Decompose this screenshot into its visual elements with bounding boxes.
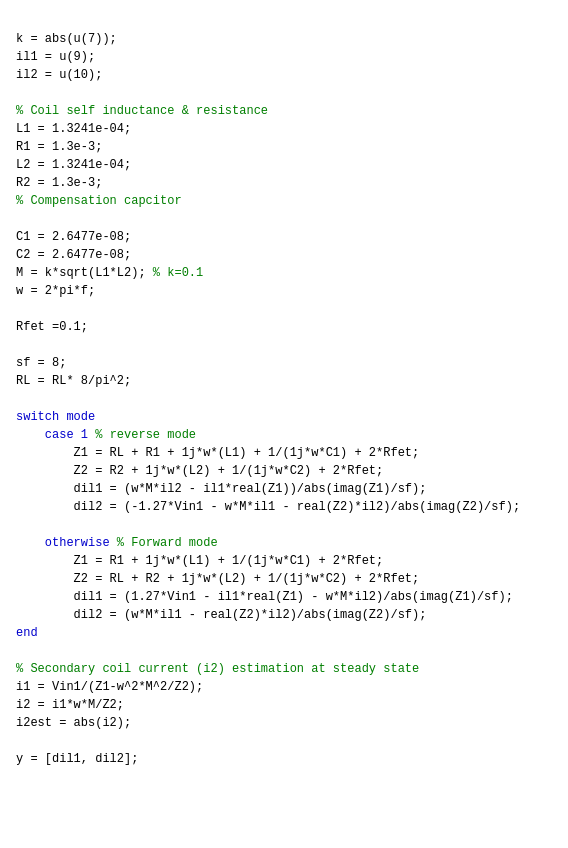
code-token-comment: % k=0.1	[153, 266, 203, 280]
code-token-normal: w = 2*pi*f;	[16, 284, 95, 298]
code-line: % Secondary coil current (i2) estimation…	[16, 660, 552, 678]
code-token-normal: Z1 = R1 + 1j*w*(L1) + 1/(1j*w*C1) + 2*Rf…	[16, 554, 383, 568]
code-line: dil2 = (-1.27*Vin1 - w*M*il1 - real(Z2)*…	[16, 498, 552, 516]
code-token-comment: % Secondary coil current (i2) estimation…	[16, 662, 419, 676]
code-token-keyword: end	[16, 626, 38, 640]
code-token-normal: Z2 = R2 + 1j*w*(L2) + 1/(1j*w*C2) + 2*Rf…	[16, 464, 383, 478]
code-line: il2 = u(10);	[16, 66, 552, 84]
code-line: otherwise % Forward mode	[16, 534, 552, 552]
code-line: C2 = 2.6477e-08;	[16, 246, 552, 264]
code-token-normal: i1 = Vin1/(Z1-w^2*M^2/Z2);	[16, 680, 203, 694]
code-token-comment: % Forward mode	[110, 536, 218, 550]
code-token-normal: dil2 = (w*M*il1 - real(Z2)*il2)/abs(imag…	[16, 608, 426, 622]
code-token-normal: dil2 = (-1.27*Vin1 - w*M*il1 - real(Z2)*…	[16, 500, 520, 514]
code-line: % Coil self inductance & resistance	[16, 102, 552, 120]
code-token-normal: i2 = i1*w*M/Z2;	[16, 698, 124, 712]
code-line: Z1 = RL + R1 + 1j*w*(L1) + 1/(1j*w*C1) +…	[16, 444, 552, 462]
code-token-normal	[16, 428, 45, 442]
code-line: Z2 = RL + R2 + 1j*w*(L2) + 1/(1j*w*C2) +…	[16, 570, 552, 588]
code-token-keyword: otherwise	[45, 536, 110, 550]
code-line: dil2 = (w*M*il1 - real(Z2)*il2)/abs(imag…	[16, 606, 552, 624]
code-line	[16, 84, 552, 102]
code-token-normal: L1 = 1.3241e-04;	[16, 122, 131, 136]
code-line: M = k*sqrt(L1*L2); % k=0.1	[16, 264, 552, 282]
code-token-normal: y = [dil1, dil2];	[16, 752, 138, 766]
code-token-comment: % reverse mode	[95, 428, 196, 442]
code-line: il1 = u(9);	[16, 48, 552, 66]
code-line: w = 2*pi*f;	[16, 282, 552, 300]
code-token-normal: Z2 = RL + R2 + 1j*w*(L2) + 1/(1j*w*C2) +…	[16, 572, 419, 586]
code-line: sf = 8;	[16, 354, 552, 372]
code-line	[16, 300, 552, 318]
code-line: y = [dil1, dil2];	[16, 750, 552, 768]
code-line: RL = RL* 8/pi^2;	[16, 372, 552, 390]
code-token-normal: i2est = abs(i2);	[16, 716, 131, 730]
code-line: L1 = 1.3241e-04;	[16, 120, 552, 138]
code-token-normal: Z1 = RL + R1 + 1j*w*(L1) + 1/(1j*w*C1) +…	[16, 446, 419, 460]
code-line: R1 = 1.3e-3;	[16, 138, 552, 156]
code-line: i2 = i1*w*M/Z2;	[16, 696, 552, 714]
code-token-normal: R2 = 1.3e-3;	[16, 176, 102, 190]
code-token-keyword: switch mode	[16, 410, 95, 424]
code-line: dil1 = (w*M*il2 - il1*real(Z1))/abs(imag…	[16, 480, 552, 498]
code-token-comment: % Compensation capcitor	[16, 194, 182, 208]
code-token-normal: k = abs(u(7));	[16, 32, 117, 46]
code-token-normal: il2 = u(10);	[16, 68, 102, 82]
code-token-normal: RL = RL* 8/pi^2;	[16, 374, 131, 388]
code-line: case 1 % reverse mode	[16, 426, 552, 444]
code-line: Rfet =0.1;	[16, 318, 552, 336]
code-token-normal: R1 = 1.3e-3;	[16, 140, 102, 154]
code-line: i2est = abs(i2);	[16, 714, 552, 732]
code-editor: k = abs(u(7));il1 = u(9);il2 = u(10); % …	[16, 12, 552, 768]
code-line: dil1 = (1.27*Vin1 - il1*real(Z1) - w*M*i…	[16, 588, 552, 606]
code-token-normal: Rfet =0.1;	[16, 320, 88, 334]
code-line	[16, 642, 552, 660]
code-token-normal: sf = 8;	[16, 356, 66, 370]
code-line: Z2 = R2 + 1j*w*(L2) + 1/(1j*w*C2) + 2*Rf…	[16, 462, 552, 480]
code-line: C1 = 2.6477e-08;	[16, 228, 552, 246]
code-line: switch mode	[16, 408, 552, 426]
code-token-normal	[16, 536, 45, 550]
code-token-normal: dil1 = (w*M*il2 - il1*real(Z1))/abs(imag…	[16, 482, 426, 496]
code-token-normal: dil1 = (1.27*Vin1 - il1*real(Z1) - w*M*i…	[16, 590, 513, 604]
code-line: k = abs(u(7));	[16, 30, 552, 48]
code-line: end	[16, 624, 552, 642]
code-line: Z1 = R1 + 1j*w*(L1) + 1/(1j*w*C1) + 2*Rf…	[16, 552, 552, 570]
code-line: L2 = 1.3241e-04;	[16, 156, 552, 174]
code-line: % Compensation capcitor	[16, 192, 552, 210]
code-line	[16, 210, 552, 228]
code-line	[16, 516, 552, 534]
code-line	[16, 732, 552, 750]
code-token-normal: C1 = 2.6477e-08;	[16, 230, 131, 244]
code-line	[16, 390, 552, 408]
code-token-keyword: case 1	[45, 428, 95, 442]
code-token-comment: % Coil self inductance & resistance	[16, 104, 268, 118]
code-token-normal: M = k*sqrt(L1*L2);	[16, 266, 153, 280]
code-token-normal: il1 = u(9);	[16, 50, 95, 64]
code-token-normal: L2 = 1.3241e-04;	[16, 158, 131, 172]
code-line	[16, 336, 552, 354]
code-line: R2 = 1.3e-3;	[16, 174, 552, 192]
code-line: i1 = Vin1/(Z1-w^2*M^2/Z2);	[16, 678, 552, 696]
code-token-normal: C2 = 2.6477e-08;	[16, 248, 131, 262]
